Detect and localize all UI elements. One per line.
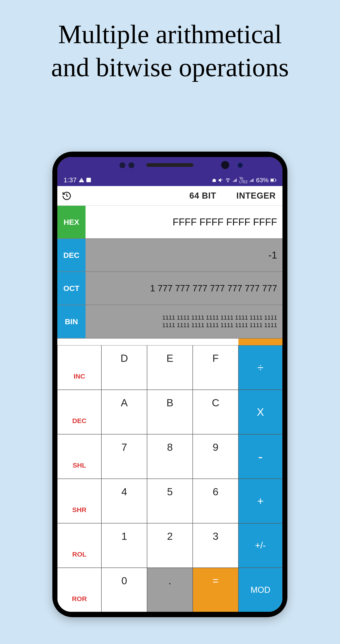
warning-icon — [79, 178, 84, 182]
battery-label: 63% — [256, 177, 269, 184]
wifi-icon — [225, 178, 231, 183]
key-b[interactable]: B — [147, 390, 193, 434]
sign-button[interactable]: +/- — [238, 523, 282, 568]
subtract-button[interactable]: - — [238, 434, 282, 479]
type-mode-button[interactable]: INTEGER — [236, 191, 276, 200]
operator-accent — [238, 338, 282, 345]
key-4[interactable]: 4 — [101, 479, 147, 523]
dec-button[interactable]: DEC — [57, 390, 101, 434]
key-dot[interactable]: . — [147, 568, 193, 612]
divide-button[interactable]: ÷ — [238, 345, 282, 390]
mute-icon — [218, 178, 223, 183]
svg-point-0 — [228, 181, 228, 182]
history-button[interactable] — [61, 190, 72, 201]
oct-tab[interactable]: OCT — [57, 272, 86, 304]
key-d[interactable]: D — [101, 345, 147, 390]
key-f[interactable]: F — [193, 345, 238, 390]
phone-screen: 1:37 YoLTE2 63% — [57, 157, 282, 612]
key-c[interactable]: C — [193, 390, 238, 434]
lte-label: YoLTE2 — [239, 177, 248, 184]
ror-button[interactable]: ROR — [57, 568, 101, 612]
svg-rect-2 — [271, 179, 274, 181]
key-9[interactable]: 9 — [193, 434, 238, 479]
signal-icon — [233, 178, 237, 183]
key-equals[interactable]: = — [193, 568, 238, 612]
key-3[interactable]: 3 — [193, 523, 238, 568]
status-icon — [86, 178, 91, 182]
oct-value[interactable]: 1 777 777 777 777 777 777 777 — [86, 272, 282, 304]
hex-tab[interactable]: HEX — [57, 206, 86, 238]
dec-value[interactable]: -1 — [86, 239, 282, 272]
keypad: INC DEC SHL SHR ROL ROR D A 7 4 1 0 E B … — [57, 345, 282, 612]
key-8[interactable]: 8 — [147, 434, 193, 479]
key-5[interactable]: 5 — [147, 479, 193, 523]
dec-tab[interactable]: DEC — [57, 239, 86, 272]
shl-button[interactable]: SHL — [57, 434, 101, 479]
signal-icon — [249, 178, 254, 183]
oct-row: OCT 1 777 777 777 777 777 777 777 — [57, 272, 282, 305]
bin-value[interactable]: 1111 1111 1111 1111 1111 1111 1111 1111 … — [86, 305, 282, 338]
status-bar: 1:37 YoLTE2 63% — [57, 157, 282, 186]
key-2[interactable]: 2 — [147, 523, 193, 568]
phone-sensor — [238, 163, 243, 168]
phone-frame: 1:37 YoLTE2 63% — [52, 152, 287, 617]
bin-row: BIN 1111 1111 1111 1111 1111 1111 1111 1… — [57, 305, 282, 338]
key-a[interactable]: A — [101, 390, 147, 434]
svg-rect-3 — [275, 180, 276, 181]
rol-button[interactable]: ROL — [57, 523, 101, 568]
app-header: 64 BIT INTEGER — [57, 186, 282, 206]
history-icon — [62, 191, 72, 201]
phone-camera — [221, 161, 229, 169]
key-1[interactable]: 1 — [101, 523, 147, 568]
mod-button[interactable]: MOD — [238, 568, 282, 612]
bin-tab[interactable]: BIN — [57, 305, 86, 338]
home-icon — [212, 178, 216, 182]
battery-icon — [270, 178, 276, 182]
promo-title: Multiple arithmetical and bitwise operat… — [0, 18, 340, 84]
key-0[interactable]: 0 — [101, 568, 147, 612]
key-e[interactable]: E — [147, 345, 193, 390]
status-time: 1:37 — [64, 176, 77, 184]
inc-button[interactable]: INC — [57, 345, 101, 390]
dec-row: DEC -1 — [57, 239, 282, 272]
key-7[interactable]: 7 — [101, 434, 147, 479]
hex-value[interactable]: FFFF FFFF FFFF FFFF — [86, 206, 282, 238]
hex-row: HEX FFFF FFFF FFFF FFFF — [57, 206, 282, 239]
shr-button[interactable]: SHR — [57, 479, 101, 523]
phone-speaker — [146, 163, 193, 167]
bit-mode-button[interactable]: 64 BIT — [189, 191, 216, 200]
phone-sensor — [120, 162, 125, 168]
key-6[interactable]: 6 — [193, 479, 238, 523]
phone-sensor — [129, 162, 134, 168]
multiply-button[interactable]: X — [238, 390, 282, 434]
add-button[interactable]: + — [238, 479, 282, 523]
